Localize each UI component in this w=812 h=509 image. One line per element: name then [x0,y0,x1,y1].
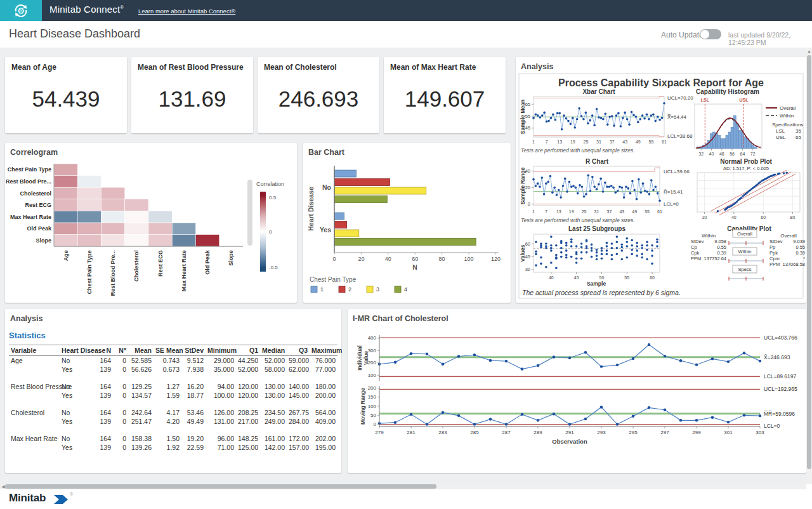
table-cell: 9.512 [181,356,206,366]
table-cell: 0 [113,443,128,452]
table-cell: 267.75 [287,408,310,417]
svg-text:1: 1 [532,140,535,144]
svg-text:37: 37 [610,140,615,144]
vertical-scrollbar: ▲ [806,48,812,484]
svg-text:60: 60 [650,275,655,280]
svg-text:303: 303 [756,430,764,435]
learn-more-link[interactable]: Learn more about Minitab Connect® [138,8,235,15]
table-cell: 4.17 [154,408,181,417]
table-cell: Max Heart Rate [9,434,60,443]
column-header: Q1 [236,345,260,356]
table-cell: 172.00 [287,434,310,443]
svg-text:UCL=70.20: UCL=70.20 [667,95,693,101]
svg-text:Old Peak: Old Peak [27,225,52,232]
svg-text:60: 60 [412,256,418,262]
page-footer: Minitab ® [0,489,812,509]
table-row: CholesterolNo1640242.644.1753.46126.0020… [9,408,337,417]
table-cell: 1.50 [154,434,181,443]
svg-text:61: 61 [657,209,662,214]
svg-text:The actual process spread is r: The actual process spread is represented… [522,289,681,296]
spacer-row [9,426,337,434]
vertical-scroll-thumb[interactable] [807,55,811,469]
table-cell: 100.00 [206,391,236,400]
svg-text:*: * [803,256,805,261]
kpi-value: 246.693 [258,86,379,112]
column-header: Median [260,345,287,356]
bar-chart-panel: Bar Chart 020406080100120NoYesNHeart Dis… [303,143,511,303]
table-cell: 52.000 [236,365,260,374]
table-cell: 52.000 [260,356,287,366]
table-cell [9,365,60,374]
svg-text:Overall: Overall [780,105,796,111]
kpi-value: 149.607 [384,86,506,112]
svg-text:Max Heart Rate: Max Heart Rate [10,214,51,220]
svg-text:USL: USL [739,98,749,102]
svg-text:Specs: Specs [738,267,752,272]
svg-text:N: N [412,263,417,271]
svg-text:Individual: Individual [357,345,363,371]
svg-text:AD: 1.517, P: < 0.005: AD: 1.517, P: < 0.005 [723,166,769,171]
scroll-up-icon[interactable]: ▲ [806,48,812,55]
horizontal-scroll-thumb[interactable] [5,484,436,489]
svg-text:Process Capability Sixpack Rep: Process Capability Sixpack Report for Ag… [558,77,764,88]
svg-text:19: 19 [570,140,575,144]
table-cell: 49.49 [181,417,206,426]
table-cell: 120.00 [236,382,260,391]
table-cell: 251.47 [128,417,154,426]
column-header: Q3 [287,345,310,356]
svg-text:Overall: Overall [737,231,752,237]
kpi-card-mean-age: Mean of Age 54.439 [5,57,127,133]
table-cell: 44.250 [236,356,260,366]
table-cell: 1.92 [154,443,181,452]
table-cell: 126.00 [206,408,236,417]
svg-text:Xbar Chart: Xbar Chart [582,88,615,95]
kpi-value: 131.69 [131,86,253,112]
kpi-value: 54.439 [5,86,127,112]
column-header: Maximum [310,345,337,356]
svg-text:0: 0 [269,229,272,235]
column-header: Heart Disease [60,345,96,356]
minitab-connect-logo[interactable]: ⚙ [0,0,42,21]
svg-text:X̿=54.44: X̿=54.44 [667,114,687,120]
svg-text:UCL=192.965: UCL=192.965 [764,386,797,392]
svg-text:291: 291 [565,430,574,435]
svg-text:55: 55 [649,140,654,144]
svg-text:Tests are performed with unequ: Tests are performed with unequal sample … [521,217,635,223]
svg-text:Chest Pain Type: Chest Pain Type [86,250,93,294]
auto-update-toggle[interactable] [700,29,721,39]
svg-text:13: 13 [557,140,562,144]
svg-text:9.039: 9.039 [793,239,805,244]
brand-name: Minitab Connect® [49,4,124,15]
kpi-label: Mean of Cholesterol [264,63,337,72]
table-cell: 139 [96,443,113,452]
svg-text:49: 49 [632,209,637,214]
table-cell: 52.585 [128,356,154,366]
table-cell [9,443,60,452]
svg-text:50: 50 [599,275,605,280]
table-cell: 200.00 [310,391,337,400]
svg-text:0.39: 0.39 [796,250,805,256]
table-cell: Age [9,356,60,366]
page-title: Heart Disease Dashboard [9,27,140,41]
table-cell: 130.00 [260,382,287,391]
table-row: Yes1390251.474.2049.49131.00217.00249.00… [9,417,337,426]
svg-text:Value: Value [363,351,369,365]
sync-gear-icon: ⚙ [13,3,29,19]
svg-text:150: 150 [368,394,377,400]
svg-text:40: 40 [385,256,391,262]
svg-text:55: 55 [624,275,629,280]
table-cell: 158.38 [128,434,154,443]
svg-text:56: 56 [730,152,735,156]
svg-text:299: 299 [692,430,701,435]
svg-text:Values: Values [520,244,526,261]
table-cell: 164 [96,382,113,391]
page-header: Heart Disease Dashboard Auto Update last… [0,21,812,48]
kpi-card-mean-max-hr: Mean of Max Heart Rate 149.607 [384,57,506,133]
table-cell: 94.00 [206,382,236,391]
table-cell: Yes [60,391,96,400]
svg-text:Max Heart Rate: Max Heart Rate [181,250,187,291]
table-cell: 130.00 [260,391,287,400]
table-cell: 16.20 [181,382,206,391]
table-row: Max Heart RateNo1640158.381.5019.2096.00… [9,434,337,443]
table-cell: 234.50 [260,408,287,417]
